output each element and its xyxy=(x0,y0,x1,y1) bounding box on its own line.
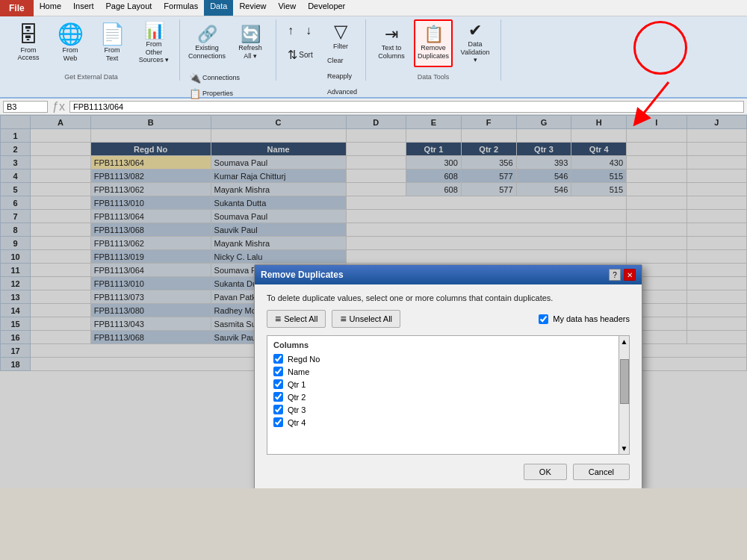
unselect-all-button[interactable]: ≡ Unselect All xyxy=(332,310,400,328)
dialog-title: Remove Duplicates xyxy=(261,270,344,280)
from-text-icon: 📄 xyxy=(99,24,125,45)
dialog-controls: ? ✕ xyxy=(609,269,636,281)
text-to-columns-icon: ⇥ xyxy=(385,26,398,43)
menu-review[interactable]: Review xyxy=(233,0,272,16)
from-web-label: FromWeb xyxy=(63,46,78,63)
sort-az-icon: ↑ xyxy=(288,23,294,37)
from-text-button[interactable]: 📄 FromText xyxy=(93,19,131,67)
dialog-help-button[interactable]: ? xyxy=(609,269,621,281)
from-other-label: From OtherSources ▾ xyxy=(138,40,170,64)
sort-label: Sort xyxy=(299,51,312,60)
scrollbar-thumb[interactable] xyxy=(620,359,629,404)
connections-icon: 🔌 xyxy=(189,72,201,84)
clear-button[interactable]: Clear xyxy=(324,53,360,68)
column-checkbox-1[interactable] xyxy=(273,367,283,376)
select-all-icon: ≡ xyxy=(275,313,281,325)
filter-label: Filter xyxy=(333,43,348,51)
from-web-button[interactable]: 🌐 FromWeb xyxy=(51,19,90,67)
connections-button[interactable]: 🔌 Connections xyxy=(186,70,243,85)
select-all-label: Select All xyxy=(284,314,317,323)
properties-button[interactable]: 📋 Properties xyxy=(186,86,243,101)
file-tab[interactable]: File xyxy=(0,0,34,16)
filter-icon: ▽ xyxy=(334,21,347,43)
column-item: Name xyxy=(273,367,623,376)
dialog-close-button[interactable]: ✕ xyxy=(624,269,636,281)
dialog-description: To delete duplicate values, select one o… xyxy=(267,293,630,302)
column-item: Qtr 2 xyxy=(273,392,623,402)
column-label-2: Qtr 1 xyxy=(288,380,306,389)
cell-reference-input[interactable] xyxy=(3,101,48,113)
menu-formulas[interactable]: Formulas xyxy=(158,0,204,16)
ok-button[interactable]: OK xyxy=(524,464,567,480)
my-data-headers-label: My data has headers xyxy=(553,314,630,323)
menu-page-layout[interactable]: Page Layout xyxy=(100,0,158,16)
unselect-all-icon: ≡ xyxy=(340,313,346,325)
from-other-sources-button[interactable]: 📊 From OtherSources ▾ xyxy=(134,19,173,67)
formula-input[interactable] xyxy=(69,101,744,113)
column-checkbox-3[interactable] xyxy=(273,392,283,402)
column-item: Qtr 1 xyxy=(273,379,623,389)
get-external-data-label: Get External Data xyxy=(9,73,173,81)
refresh-all-button[interactable]: 🔄 RefreshAll ▾ xyxy=(231,19,270,67)
columns-scrollbar[interactable]: ▲ ▼ xyxy=(619,336,629,454)
menu-developer[interactable]: Developer xyxy=(302,0,351,16)
text-to-columns-label: Text toColumns xyxy=(378,44,405,60)
refresh-all-icon: 🔄 xyxy=(241,26,261,43)
column-label-4: Qtr 3 xyxy=(288,405,306,414)
data-validation-button[interactable]: ✔ DataValidation ▾ xyxy=(456,19,495,67)
column-label-1: Name xyxy=(288,367,309,376)
column-item: Regd No xyxy=(273,354,623,364)
connections-label: Connections xyxy=(202,74,240,81)
select-all-button[interactable]: ≡ Select All xyxy=(267,310,326,328)
existing-connections-icon: 🔗 xyxy=(197,26,217,43)
scrollbar-up-button[interactable]: ▲ xyxy=(619,336,630,347)
column-checkbox-2[interactable] xyxy=(273,379,283,389)
column-checkbox-0[interactable] xyxy=(273,354,283,364)
advanced-button[interactable]: Advanced xyxy=(324,84,360,99)
from-access-label: FromAccess xyxy=(17,47,39,62)
properties-icon: 📋 xyxy=(189,88,201,99)
menu-insert[interactable]: Insert xyxy=(67,0,100,16)
sort-az-button[interactable]: ↑ xyxy=(282,19,299,42)
formula-bar-divider: ƒx xyxy=(51,100,66,113)
advanced-label: Advanced xyxy=(327,88,357,96)
reapply-button[interactable]: Reapply xyxy=(324,69,360,84)
scrollbar-down-button[interactable]: ▼ xyxy=(619,443,630,454)
dialog-footer: OK Cancel xyxy=(267,464,630,480)
existing-connections-button[interactable]: 🔗 ExistingConnections xyxy=(186,19,228,67)
menu-view[interactable]: View xyxy=(272,0,302,16)
reapply-label: Reapply xyxy=(327,72,352,80)
column-label-5: Qtr 4 xyxy=(288,418,306,427)
columns-list-box: Columns Regd NoNameQtr 1Qtr 2Qtr 3Qtr 4 … xyxy=(267,335,630,455)
from-other-icon: 📊 xyxy=(144,22,164,39)
column-item: Qtr 3 xyxy=(273,405,623,414)
data-validation-icon: ✔ xyxy=(468,22,482,39)
from-text-label: FromText xyxy=(105,46,120,63)
data-validation-label: DataValidation ▾ xyxy=(459,40,491,64)
dialog-body: To delete duplicate values, select one o… xyxy=(255,284,642,488)
sort-za-icon: ↓ xyxy=(306,23,311,37)
sort-button[interactable]: ⇅ Sort xyxy=(282,44,318,66)
remove-duplicates-button[interactable]: 📋 RemoveDuplicates xyxy=(414,19,453,67)
text-to-columns-button[interactable]: ⇥ Text toColumns xyxy=(372,19,411,67)
menu-data[interactable]: Data xyxy=(204,0,233,16)
column-checkbox-5[interactable] xyxy=(273,417,283,427)
sort-za-button[interactable]: ↓ xyxy=(300,19,317,42)
from-access-button[interactable]: 🗄 FromAccess xyxy=(9,19,48,67)
my-data-headers-checkbox[interactable] xyxy=(539,314,548,324)
column-label-3: Qtr 2 xyxy=(288,393,306,402)
remove-duplicates-label: RemoveDuplicates xyxy=(418,44,449,60)
properties-label: Properties xyxy=(202,90,233,97)
from-access-icon: 🗄 xyxy=(18,25,39,46)
filter-button[interactable]: ▽ Filter xyxy=(324,19,357,52)
remove-duplicates-dialog: Remove Duplicates ? ✕ To delete duplicat… xyxy=(254,264,642,488)
remove-duplicates-icon: 📋 xyxy=(424,26,444,43)
existing-connections-label: ExistingConnections xyxy=(188,44,226,60)
menu-home[interactable]: Home xyxy=(34,0,67,16)
unselect-all-label: Unselect All xyxy=(350,314,392,323)
data-tools-label: Data Tools xyxy=(372,73,495,81)
cancel-button[interactable]: Cancel xyxy=(573,464,630,480)
column-checkbox-4[interactable] xyxy=(273,405,283,414)
column-item: Qtr 4 xyxy=(273,417,623,427)
from-web-icon: 🌐 xyxy=(58,24,84,45)
